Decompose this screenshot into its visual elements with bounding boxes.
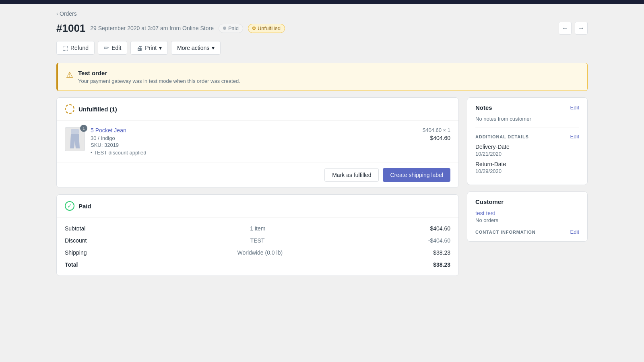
refund-label: Refund [70,45,89,51]
paid-card: ✓ Paid Subtotal 1 item $404.60 Discount … [56,194,459,276]
notes-card: Notes Edit No notes from customer ADDITI… [467,97,588,185]
shipping-desc: Worldwide (0.0 lb) [237,249,283,256]
create-shipping-label-button[interactable]: Create shipping label [383,168,450,182]
item-details: 5 Pocket Jean 30 / Indigo SKU: 32019 • T… [91,127,417,156]
page-title: #1001 [56,22,85,35]
paid-card-title: Paid [78,203,91,210]
payment-row-total: Total $38.23 [65,259,450,271]
additional-details-edit-link[interactable]: Edit [570,134,579,140]
payment-row-subtotal: Subtotal 1 item $404.60 [65,222,450,234]
paid-dot [223,27,226,30]
unfulfilled-card-header: Unfulfilled (1) [57,98,458,121]
shipping-label: Shipping [65,249,87,256]
paid-card-header: ✓ Paid [57,195,458,218]
notes-title: Notes [475,104,492,111]
customer-orders: No orders [475,217,579,223]
bullet-icon: • [91,150,93,156]
delivery-date-label: Delivery-Date [475,144,579,150]
item-sku: SKU: 32019 [91,142,417,148]
delivery-date-value: 10/21/2020 [475,151,579,157]
customer-card-header: Customer [475,198,579,205]
item-pricing: $404.60 × 1 $404.60 [423,127,450,141]
print-icon: 🖨 [136,45,142,51]
unfulfilled-card-title: Unfulfilled (1) [78,106,117,113]
mark-as-fulfilled-button[interactable]: Mark as fulfilled [324,168,379,182]
top-bar [0,0,644,4]
back-chevron-icon: ‹ [56,11,58,16]
payment-rows: Subtotal 1 item $404.60 Discount TEST -$… [57,218,458,276]
page-header-left: #1001 29 September 2020 at 3:07 am from … [56,22,285,35]
paid-label: Paid [228,25,239,31]
card-actions: Mark as fulfilled Create shipping label [57,162,458,187]
notes-empty-text: No notes from customer [475,116,579,122]
item-variant: 30 / Indigo [91,135,417,141]
edit-button[interactable]: ✏ Edit [98,41,127,55]
side-col: Notes Edit No notes from customer ADDITI… [467,97,588,276]
subtotal-value: $404.60 [430,225,450,232]
item-name[interactable]: 5 Pocket Jean [91,127,417,134]
item-total: $404.60 [430,135,450,141]
print-label: Print [145,45,157,51]
edit-icon: ✏ [104,44,109,51]
item-image-wrap: 1 [65,127,85,151]
contact-header: CONTACT INFORMATION Edit [475,229,579,235]
additional-details-header: ADDITIONAL DETAILS Edit [475,134,579,140]
refund-icon: ⬚ [62,44,68,51]
payment-row-discount: Discount TEST -$404.60 [65,234,450,247]
more-actions-label: More actions [177,45,209,51]
unfulfilled-status-icon [65,104,74,114]
content-layout: Unfulfilled (1) 1 5 [56,97,588,276]
discount-value: -$404.60 [428,237,450,244]
return-date-field: Return-Date 10/29/2020 [475,161,579,174]
discount-code: TEST [250,237,265,244]
discount-label: Discount [65,237,87,244]
contact-edit-link[interactable]: Edit [570,229,579,235]
breadcrumb-label: Orders [60,10,77,17]
return-date-value: 10/29/2020 [475,168,579,174]
warning-icon: ⚠ [66,70,73,80]
edit-label: Edit [111,45,121,51]
subtotal-desc: 1 item [250,225,265,232]
subtotal-label: Subtotal [65,225,85,232]
additional-details-label: ADDITIONAL DETAILS [475,134,529,139]
refund-button[interactable]: ⬚ Refund [56,41,95,55]
unfulfilled-dot [252,27,256,30]
svg-rect-0 [71,129,79,134]
alert-title: Test order [78,70,240,76]
item-discount: • TEST discount applied [91,150,417,156]
test-order-banner: ⚠ Test order Your payment gateway was in… [56,63,588,91]
page-container: ‹ Orders #1001 29 September 2020 at 3:07… [40,4,604,292]
nav-next-button[interactable]: → [575,22,588,35]
notes-card-header: Notes Edit [475,104,579,111]
customer-name-link[interactable]: test test [475,210,579,216]
paid-badge: Paid [219,24,243,33]
page-header: #1001 29 September 2020 at 3:07 am from … [56,22,588,35]
unfulfilled-card: Unfulfilled (1) 1 5 [56,97,459,188]
order-date: 29 September 2020 at 3:07 am from Online… [90,25,214,31]
item-quantity-badge: 1 [80,125,87,132]
return-date-label: Return-Date [475,161,579,167]
shipping-value: $38.23 [433,249,450,256]
nav-prev-button[interactable]: ← [559,22,572,35]
main-col: Unfulfilled (1) 1 5 [56,97,459,276]
notes-edit-link[interactable]: Edit [570,105,579,111]
more-actions-button[interactable]: More actions ▾ [171,41,221,55]
notes-divider [475,128,579,128]
total-label: Total [65,261,78,268]
customer-title: Customer [475,198,504,205]
alert-content: Test order Your payment gateway was in t… [78,70,240,84]
alert-body: Your payment gateway was in test mode wh… [78,78,240,84]
payment-row-shipping: Shipping Worldwide (0.0 lb) $38.23 [65,247,450,259]
item-image-svg [69,129,81,149]
unfulfilled-label: Unfulfilled [258,25,281,31]
item-discount-label: TEST discount applied [94,150,147,156]
paid-status-icon: ✓ [65,201,74,211]
item-unit-price: $404.60 × 1 [423,127,450,133]
nav-arrows: ← → [559,22,588,35]
order-item: 1 5 Pocket Jean 30 / Indigo SKU: 32019 •… [57,121,458,162]
total-value: $38.23 [433,261,450,268]
print-chevron-icon: ▾ [159,45,162,51]
toolbar: ⬚ Refund ✏ Edit 🖨 Print ▾ More actions ▾ [56,41,588,55]
print-button[interactable]: 🖨 Print ▾ [130,41,168,55]
breadcrumb[interactable]: ‹ Orders [56,10,588,17]
